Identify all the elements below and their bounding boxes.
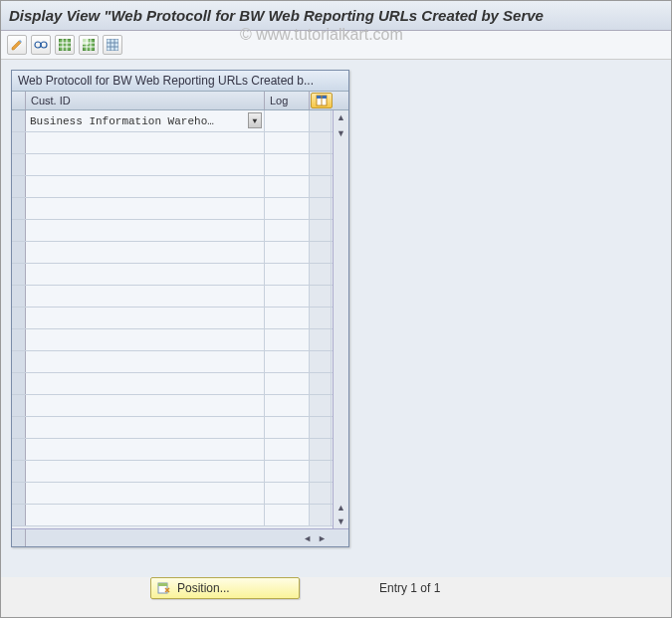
content-area: Web Protocoll for BW Web Reporting URLs …: [1, 60, 671, 577]
row-selector[interactable]: [12, 264, 26, 285]
cell-cust-id[interactable]: [26, 176, 265, 197]
row-selector[interactable]: [12, 242, 26, 263]
row-selector[interactable]: [12, 176, 26, 197]
cell-spacer: [310, 461, 332, 482]
position-button[interactable]: Position...: [150, 577, 300, 599]
cell-cust-id[interactable]: [26, 242, 265, 263]
table-row: [12, 351, 348, 373]
row-selector[interactable]: [12, 395, 26, 416]
row-selector[interactable]: [12, 329, 26, 350]
cell-log[interactable]: [265, 110, 310, 131]
row-selector[interactable]: [12, 461, 26, 482]
column-settings-button[interactable]: [311, 93, 333, 108]
row-selector[interactable]: [12, 110, 26, 131]
cell-log[interactable]: [265, 176, 310, 197]
row-selector[interactable]: [12, 132, 26, 153]
cell-cust-id[interactable]: [26, 264, 265, 285]
scroll-left-icon[interactable]: ◄: [301, 533, 314, 543]
cell-cust-id[interactable]: [26, 329, 265, 350]
row-selector[interactable]: [12, 417, 26, 438]
row-selector[interactable]: [12, 483, 26, 504]
row-selector[interactable]: [12, 286, 26, 307]
display-button[interactable]: [31, 35, 51, 55]
cell-log[interactable]: [265, 417, 310, 438]
table-row: [12, 176, 348, 198]
scroll-down-step-icon[interactable]: ▼: [335, 126, 348, 140]
horizontal-scrollbar[interactable]: ◄ ►: [26, 533, 348, 543]
vertical-scrollbar[interactable]: ▲ ▼ ▲ ▼: [333, 110, 348, 528]
table-row: [12, 198, 348, 220]
row-selector[interactable]: [12, 308, 26, 328]
table-row: [12, 308, 348, 329]
table-row: [12, 264, 348, 286]
cell-log[interactable]: [265, 505, 310, 525]
deselect-all-button[interactable]: [103, 35, 122, 55]
cell-cust-id[interactable]: [26, 395, 265, 416]
cell-cust-id[interactable]: [26, 461, 265, 482]
cell-spacer: [310, 373, 332, 394]
grid-panel: Web Protocoll for BW Web Reporting URLs …: [11, 70, 349, 547]
cell-log[interactable]: [265, 264, 310, 285]
table-deselect-icon: [107, 39, 118, 51]
cell-log[interactable]: [265, 395, 310, 416]
cell-cust-id[interactable]: [26, 483, 265, 504]
cell-spacer: [310, 351, 332, 372]
dropdown-icon[interactable]: ▼: [248, 112, 262, 128]
cell-cust-id[interactable]: [26, 417, 265, 438]
scroll-up-icon[interactable]: ▲: [335, 110, 348, 124]
cell-log[interactable]: [265, 308, 310, 328]
cell-cust-id[interactable]: [26, 439, 265, 460]
row-selector[interactable]: [12, 373, 26, 394]
cell-log[interactable]: [265, 373, 310, 394]
cell-cust-id[interactable]: [26, 220, 265, 241]
table-row: Business Information Wareho…▼: [12, 110, 348, 132]
cell-log[interactable]: [265, 329, 310, 350]
cell-log[interactable]: [265, 439, 310, 460]
cell-cust-id[interactable]: [26, 286, 265, 307]
cell-log[interactable]: [265, 220, 310, 241]
cell-log[interactable]: [265, 286, 310, 307]
cell-cust-id[interactable]: [26, 198, 265, 219]
row-selector[interactable]: [12, 198, 26, 219]
row-selector[interactable]: [12, 220, 26, 241]
cell-cust-id[interactable]: [26, 154, 265, 175]
cell-log[interactable]: [265, 483, 310, 504]
cell-spacer: [310, 505, 332, 525]
cell-spacer: [310, 395, 332, 416]
cell-log[interactable]: [265, 198, 310, 219]
row-selector[interactable]: [12, 505, 26, 525]
row-selector[interactable]: [12, 439, 26, 460]
cell-log[interactable]: [265, 242, 310, 263]
pencil-icon: [11, 39, 23, 51]
row-selector[interactable]: [12, 351, 26, 372]
table-row: [12, 461, 348, 483]
table-row: [12, 220, 348, 242]
scroll-up-step-icon[interactable]: ▲: [335, 501, 348, 515]
scroll-down-icon[interactable]: ▼: [335, 515, 348, 528]
cell-cust-id[interactable]: Business Information Wareho…▼: [26, 110, 265, 131]
column-header-log[interactable]: Log: [265, 92, 310, 109]
cell-log[interactable]: [265, 461, 310, 482]
row-selector[interactable]: [12, 154, 26, 175]
toolbar: [1, 31, 671, 60]
table-row: [12, 439, 348, 461]
cell-log[interactable]: [265, 132, 310, 153]
cell-spacer: [310, 154, 332, 175]
cell-cust-id[interactable]: [26, 308, 265, 328]
row-selector-header[interactable]: [12, 92, 26, 109]
cell-cust-id[interactable]: [26, 351, 265, 372]
cell-cust-id[interactable]: [26, 373, 265, 394]
cell-cust-id[interactable]: [26, 505, 265, 525]
cell-log[interactable]: [265, 351, 310, 372]
scroll-right-icon[interactable]: ►: [316, 533, 329, 543]
toggle-change-button[interactable]: [7, 35, 27, 55]
select-block-button[interactable]: [79, 35, 99, 55]
cell-cust-id[interactable]: [26, 132, 265, 153]
table-row: [12, 329, 348, 351]
cell-spacer: [310, 264, 332, 285]
column-header-cust[interactable]: Cust. ID: [26, 92, 265, 109]
select-all-button[interactable]: [55, 35, 75, 55]
cell-log[interactable]: [265, 154, 310, 175]
position-icon: [157, 581, 171, 595]
svg-rect-13: [107, 39, 118, 51]
